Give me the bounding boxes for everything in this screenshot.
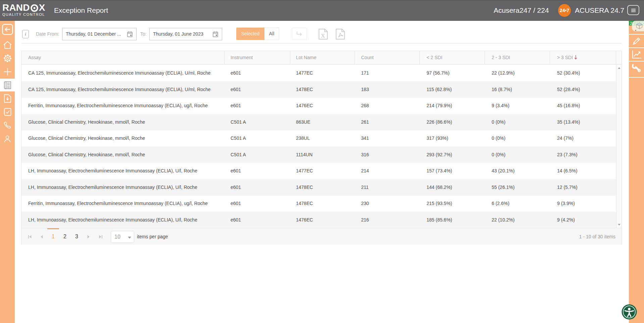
svg-text:X: X <box>321 33 325 39</box>
